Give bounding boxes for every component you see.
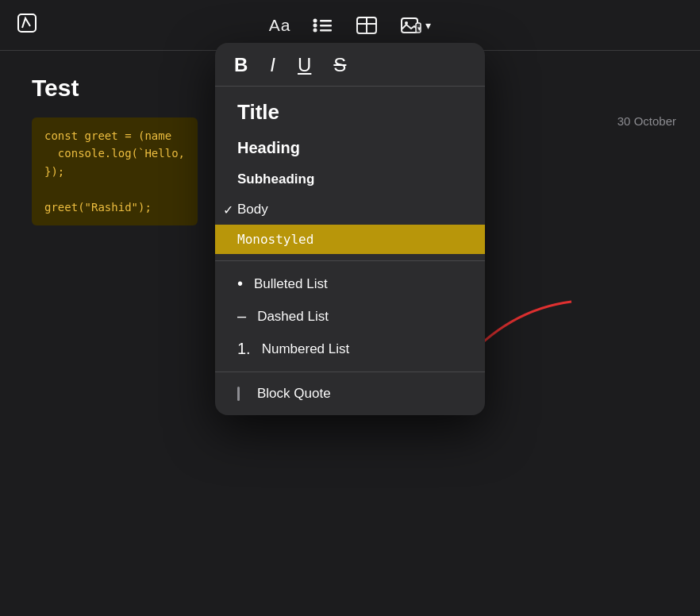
numbered-prefix: 1.	[237, 340, 251, 358]
bulleted-list-label: Bulleted List	[254, 276, 328, 292]
bullet-prefix: •	[237, 275, 243, 293]
style-item-numbered[interactable]: 1. Numbered List	[215, 333, 485, 365]
svg-rect-4	[320, 20, 332, 22]
svg-rect-5	[320, 25, 332, 27]
style-monostyled-label: Monostyled	[237, 232, 313, 247]
style-item-title[interactable]: Title	[215, 93, 485, 132]
formatting-section: B I U S	[215, 43, 485, 87]
style-item-dashed[interactable]: – Dashed List	[215, 300, 485, 333]
style-item-body[interactable]: ✓ Body	[215, 194, 485, 225]
dashed-prefix: –	[237, 307, 246, 325]
blockquote-label: Block Quote	[257, 386, 331, 402]
svg-point-2	[313, 23, 317, 27]
toolbar-left	[16, 12, 38, 39]
style-item-monostyled[interactable]: Monostyled	[215, 225, 485, 254]
svg-text:▾: ▾	[417, 25, 421, 33]
svg-rect-6	[320, 29, 332, 32]
edit-icon[interactable]	[16, 18, 38, 38]
list-styles-section: • Bulleted List – Dashed List 1. Numbere…	[215, 261, 485, 372]
font-button[interactable]: Aa	[269, 16, 291, 35]
body-checkmark: ✓	[223, 202, 233, 218]
extra-styles-section: Block Quote	[215, 372, 485, 415]
style-item-subheading[interactable]: Subheading	[215, 164, 485, 194]
image-dropdown-arrow: ▾	[425, 19, 431, 32]
svg-rect-10	[402, 18, 417, 33]
code-block: const greet = (name console.log(`Hello, …	[32, 117, 198, 225]
style-subheading-label: Subheading	[237, 171, 314, 187]
style-body-label: Body	[237, 202, 268, 218]
numbered-list-label: Numbered List	[262, 341, 350, 357]
bold-button[interactable]: B	[234, 56, 248, 75]
underline-button[interactable]: U	[298, 56, 311, 75]
dashed-list-label: Dashed List	[257, 309, 329, 325]
style-heading-label: Heading	[237, 139, 300, 157]
date-label: 30 October	[617, 114, 676, 128]
svg-point-3	[313, 28, 317, 32]
style-item-blockquote[interactable]: Block Quote	[215, 379, 485, 409]
image-icon-button[interactable]: ▾ ▾	[400, 17, 431, 34]
toolbar-center: Aa ▾	[269, 16, 432, 35]
svg-rect-0	[18, 14, 36, 32]
style-item-heading[interactable]: Heading	[215, 132, 485, 164]
blockquote-bar-icon	[237, 387, 240, 401]
strikethrough-button[interactable]: S	[333, 56, 346, 75]
italic-button[interactable]: I	[270, 56, 275, 75]
list-icon-button[interactable]	[313, 17, 333, 34]
svg-point-1	[313, 18, 317, 22]
format-dropdown: B I U S Title Heading Subheading ✓ Body …	[215, 43, 485, 415]
style-title-label: Title	[237, 100, 279, 125]
text-styles-section: Title Heading Subheading ✓ Body Monostyl…	[215, 87, 485, 261]
table-icon-button[interactable]	[356, 16, 378, 35]
style-item-bulleted[interactable]: • Bulleted List	[215, 268, 485, 300]
